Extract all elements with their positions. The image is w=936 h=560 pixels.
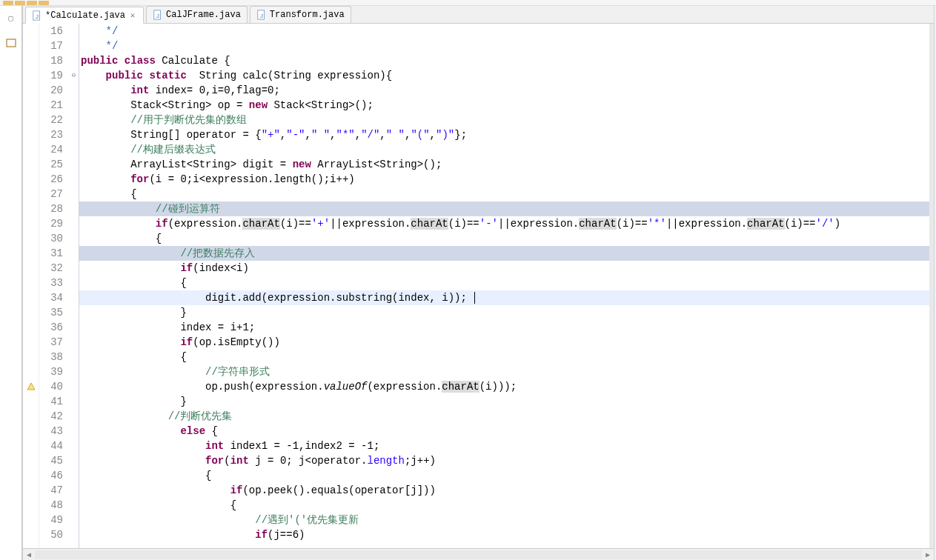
horizontal-scrollbar[interactable]: ◀ ▶ — [23, 548, 934, 560]
fold-marker[interactable]: ⊖ — [69, 68, 79, 83]
fold-marker[interactable] — [69, 409, 79, 424]
code-line[interactable]: //碰到运算符 — [79, 201, 929, 216]
code-line[interactable]: int index1 = -1,index2 = -1; — [79, 439, 929, 453]
editor-tab[interactable]: JTransform.java — [250, 6, 351, 23]
scroll-track[interactable] — [35, 550, 922, 559]
fold-marker[interactable] — [69, 453, 79, 468]
fold-marker[interactable] — [69, 305, 79, 320]
fold-marker[interactable] — [69, 483, 79, 498]
code-line[interactable]: //遇到'('优先集更新 — [79, 513, 929, 527]
ruler-marker[interactable] — [23, 468, 39, 483]
code-line[interactable]: for(int j = 0; j<operator.length;j++) — [79, 453, 929, 468]
fold-marker[interactable] — [69, 201, 79, 216]
code-line[interactable]: } — [79, 394, 929, 409]
fold-marker[interactable] — [69, 335, 79, 350]
fold-marker[interactable] — [69, 364, 79, 379]
code-line[interactable]: for(i = 0;i<expression.length();i++) — [79, 172, 929, 187]
ruler-marker[interactable] — [23, 68, 39, 83]
code-line[interactable]: if(op.peek().equals(operator[j])) — [79, 483, 929, 498]
ruler-marker[interactable] — [23, 83, 39, 98]
code-line[interactable]: else { — [79, 424, 929, 439]
ruler-marker[interactable] — [23, 439, 39, 453]
toolbar-item[interactable] — [39, 1, 49, 5]
code-editor[interactable]: 1617181920212223242526272829303132333435… — [23, 24, 934, 548]
fold-marker[interactable] — [69, 350, 79, 364]
fold-marker[interactable] — [69, 424, 79, 439]
ruler-marker[interactable] — [23, 350, 39, 364]
ruler-marker[interactable] — [23, 498, 39, 513]
code-line[interactable]: { — [79, 498, 929, 513]
code-line[interactable]: index = i+1; — [79, 320, 929, 335]
editor-tab[interactable]: JCalJFrame.java — [146, 6, 248, 23]
ruler-marker[interactable] — [23, 172, 39, 187]
ruler-marker[interactable] — [23, 409, 39, 424]
code-line[interactable]: */ — [79, 39, 929, 53]
code-line[interactable]: //用于判断优先集的数组 — [79, 113, 929, 127]
ruler-marker[interactable] — [23, 305, 39, 320]
fold-marker[interactable] — [69, 276, 79, 290]
code-line[interactable]: //构建后缀表达式 — [79, 142, 929, 157]
code-line[interactable]: String[] operator = {"+","-"," ","*","/"… — [79, 127, 929, 142]
ruler-marker[interactable] — [23, 142, 39, 157]
toolbar-item[interactable] — [3, 1, 13, 5]
code-line[interactable]: public class Calculate { — [79, 53, 929, 68]
fold-marker[interactable] — [69, 83, 79, 98]
toolbar-item[interactable] — [27, 1, 37, 5]
code-line[interactable]: op.push(expression.valueOf(expression.ch… — [79, 379, 929, 394]
annotation-ruler[interactable] — [23, 24, 39, 548]
ruler-marker[interactable] — [23, 113, 39, 127]
ruler-marker[interactable] — [23, 201, 39, 216]
ruler-marker[interactable] — [23, 290, 39, 305]
code-line[interactable]: //把数据先存入 — [79, 246, 929, 261]
fold-marker[interactable] — [69, 172, 79, 187]
ruler-marker[interactable] — [23, 320, 39, 335]
code-body[interactable]: */ */public class Calculate { public sta… — [79, 24, 929, 548]
fold-marker[interactable] — [69, 231, 79, 246]
code-line[interactable]: //字符串形式 — [79, 364, 929, 379]
ruler-marker[interactable] — [23, 527, 39, 542]
minimize-view-icon[interactable]: ▢ — [5, 12, 17, 24]
ruler-marker[interactable] — [23, 483, 39, 498]
fold-marker[interactable] — [69, 498, 79, 513]
scroll-right-arrow[interactable]: ▶ — [922, 550, 934, 559]
code-line[interactable]: ArrayList<String> digit = new ArrayList<… — [79, 157, 929, 172]
package-explorer-icon[interactable] — [5, 37, 17, 49]
warning-icon[interactable] — [23, 379, 39, 394]
editor-tab[interactable]: J*Calculate.java✕ — [25, 7, 144, 24]
fold-marker[interactable] — [69, 261, 79, 276]
fold-marker[interactable] — [69, 39, 79, 53]
toolbar-item[interactable] — [15, 1, 25, 5]
ruler-marker[interactable] — [23, 231, 39, 246]
code-line[interactable]: { — [79, 187, 929, 201]
fold-marker[interactable] — [69, 142, 79, 157]
ruler-marker[interactable] — [23, 39, 39, 53]
code-line[interactable]: { — [79, 468, 929, 483]
code-line[interactable]: { — [79, 276, 929, 290]
fold-marker[interactable] — [69, 394, 79, 409]
fold-marker[interactable] — [69, 379, 79, 394]
close-icon[interactable]: ✕ — [128, 11, 137, 20]
code-line[interactable]: if(expression.charAt(i)=='+'||expression… — [79, 216, 929, 231]
fold-marker[interactable] — [69, 290, 79, 305]
fold-marker[interactable] — [69, 513, 79, 527]
code-line[interactable]: { — [79, 350, 929, 364]
ruler-marker[interactable] — [23, 364, 39, 379]
fold-marker[interactable] — [69, 527, 79, 542]
scroll-left-arrow[interactable]: ◀ — [23, 550, 35, 559]
fold-marker[interactable] — [69, 98, 79, 113]
ruler-marker[interactable] — [23, 394, 39, 409]
code-line[interactable]: if(op.isEmpty()) — [79, 335, 929, 350]
fold-marker[interactable] — [69, 24, 79, 39]
fold-marker[interactable] — [69, 53, 79, 68]
fold-marker[interactable] — [69, 127, 79, 142]
fold-marker[interactable] — [69, 187, 79, 201]
ruler-marker[interactable] — [23, 187, 39, 201]
ruler-marker[interactable] — [23, 276, 39, 290]
fold-marker[interactable] — [69, 439, 79, 453]
ruler-marker[interactable] — [23, 98, 39, 113]
ruler-marker[interactable] — [23, 246, 39, 261]
ruler-marker[interactable] — [23, 453, 39, 468]
fold-marker[interactable] — [69, 157, 79, 172]
code-line[interactable]: int index= 0,i=0,flag=0; — [79, 83, 929, 98]
code-line[interactable]: { — [79, 231, 929, 246]
